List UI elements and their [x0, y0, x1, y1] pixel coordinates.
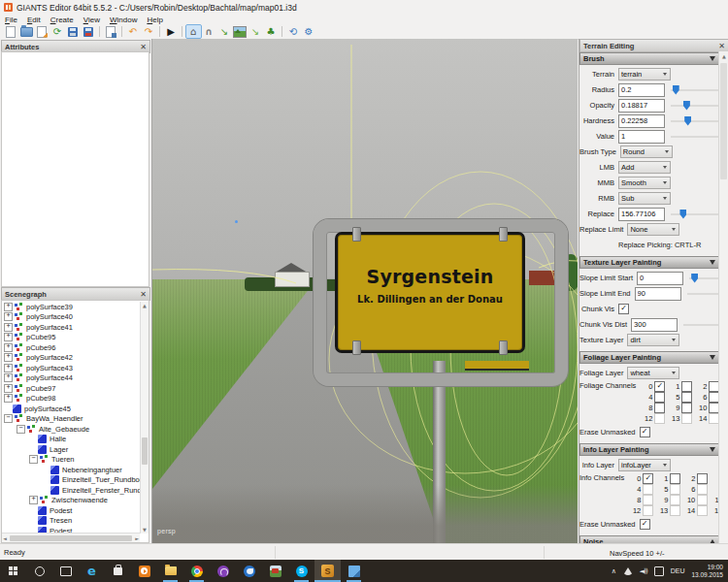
slider-handle[interactable]: [684, 116, 691, 126]
expand-icon[interactable]: +: [4, 333, 13, 341]
channel-checkbox[interactable]: [643, 505, 653, 516]
taskbar-edge-icon[interactable]: e: [79, 560, 105, 582]
scroll-up-icon[interactable]: ▲: [141, 303, 149, 308]
scenegraph-node[interactable]: polySurface45: [2, 404, 140, 414]
channel-checkbox[interactable]: [670, 484, 680, 495]
clock[interactable]: 19:0013.09.2015: [691, 564, 723, 579]
expand-icon[interactable]: +: [4, 353, 13, 362]
open-file-icon[interactable]: [19, 25, 34, 38]
scenegraph-vertical-scrollbar[interactable]: ▲ ▼: [140, 302, 149, 534]
scenegraph-node[interactable]: +pCube96: [2, 342, 140, 353]
play-icon[interactable]: ▶: [164, 25, 179, 38]
taskbar-sticky-notes-icon[interactable]: [341, 560, 367, 582]
expand-icon[interactable]: +: [4, 394, 13, 403]
radius-input[interactable]: [618, 83, 665, 97]
scroll-up-icon[interactable]: ▲: [719, 53, 728, 59]
opacity-input[interactable]: [618, 99, 665, 113]
scenegraph-node[interactable]: −Tueren: [2, 455, 140, 466]
erase-unmasked-checkbox[interactable]: ✓: [640, 427, 650, 437]
terrain-paint-mode-icon[interactable]: [233, 25, 248, 38]
scroll-right-icon[interactable]: ►: [134, 535, 140, 541]
scrollbar-thumb[interactable]: [720, 63, 727, 179]
menu-help[interactable]: Help: [142, 16, 167, 24]
terrain-sculpt-mode-icon[interactable]: ↘: [217, 25, 232, 38]
menu-edit[interactable]: Edit: [22, 16, 46, 24]
taskbar-media-app-icon[interactable]: [131, 560, 157, 582]
add-tree-icon[interactable]: ♣: [264, 25, 279, 38]
menu-file[interactable]: File: [0, 16, 22, 24]
channel-checkbox[interactable]: [670, 495, 680, 505]
brush-type-dropdown[interactable]: Round: [620, 146, 673, 158]
close-icon[interactable]: ✕: [718, 42, 725, 50]
lmb-dropdown[interactable]: Add: [618, 161, 671, 174]
opacity-slider[interactable]: [671, 105, 719, 107]
scenegraph-node[interactable]: Tresen: [2, 516, 140, 527]
hardness-input[interactable]: [618, 114, 665, 128]
reload-icon[interactable]: ⟳: [50, 25, 65, 38]
scenegraph-node[interactable]: +polySurface43: [2, 363, 140, 373]
menu-create[interactable]: Create: [46, 16, 79, 24]
expand-icon[interactable]: +: [4, 312, 13, 321]
scenegraph-node[interactable]: −Alte_Gebaeude: [2, 424, 140, 435]
scenegraph-node[interactable]: +pCube97: [2, 383, 140, 394]
save-as-icon[interactable]: [82, 25, 96, 38]
scenegraph-node[interactable]: −BayWa_Haendler: [2, 414, 140, 425]
chunk-vis-checkbox[interactable]: ✓: [618, 304, 629, 314]
section-header-brush[interactable]: Brush: [579, 52, 719, 65]
channel-checkbox[interactable]: [670, 505, 680, 516]
mmb-dropdown[interactable]: Smooth: [618, 177, 671, 189]
channel-checkbox[interactable]: [681, 392, 692, 403]
channel-checkbox[interactable]: [697, 473, 708, 484]
slider-handle[interactable]: [691, 274, 698, 283]
scenegraph-node[interactable]: +pCube98: [2, 394, 140, 404]
scenegraph-node[interactable]: +pCube95: [2, 333, 140, 343]
taskbar-farming-simulator-icon[interactable]: [262, 560, 288, 582]
scenegraph-node[interactable]: Podest: [2, 505, 140, 516]
erase-unmasked-checkbox[interactable]: ✓: [640, 519, 650, 530]
slope-limit-start-slider[interactable]: [689, 277, 719, 279]
scenegraph-node[interactable]: +polySurface42: [2, 353, 140, 364]
expand-icon[interactable]: +: [4, 373, 13, 382]
taskbar-giants-editor-icon[interactable]: S: [314, 560, 341, 582]
slider-handle[interactable]: [679, 210, 686, 219]
network-icon[interactable]: [623, 567, 633, 575]
preferences-icon[interactable]: ⚙: [302, 25, 316, 38]
save-icon[interactable]: [66, 25, 81, 38]
collapse-icon[interactable]: −: [29, 455, 38, 464]
scenegraph-node[interactable]: +Zwischenwaende: [2, 496, 140, 506]
channel-checkbox[interactable]: [654, 413, 665, 424]
scenegraph-node[interactable]: +polySurface41: [2, 322, 140, 333]
terrain-panel-scrollbar[interactable]: ▲: [718, 51, 728, 543]
terrain-dropdown[interactable]: terrain: [618, 68, 671, 81]
scroll-left-icon[interactable]: ◄: [2, 535, 8, 541]
channel-checkbox[interactable]: ✓: [654, 381, 665, 392]
channel-checkbox[interactable]: [681, 413, 692, 424]
channel-checkbox[interactable]: [681, 381, 692, 392]
scenegraph-node[interactable]: +polySurface39: [2, 302, 140, 312]
expand-icon[interactable]: +: [4, 364, 13, 372]
channel-checkbox[interactable]: [643, 484, 653, 495]
channel-checkbox[interactable]: [697, 505, 708, 516]
channel-checkbox[interactable]: [654, 392, 665, 403]
expand-icon[interactable]: +: [4, 343, 13, 352]
replace-slider[interactable]: [671, 213, 719, 215]
hardness-slider[interactable]: [671, 120, 719, 122]
menu-window[interactable]: Window: [105, 16, 142, 24]
expand-icon[interactable]: +: [4, 384, 13, 393]
taskbar-purple-app-icon[interactable]: [210, 560, 236, 582]
collapse-icon[interactable]: −: [4, 414, 13, 423]
info-layer-dropdown[interactable]: infoLayer: [618, 459, 671, 471]
slider-handle[interactable]: [683, 101, 690, 111]
scenegraph-node[interactable]: Halle: [2, 435, 140, 445]
taskbar-task-view-icon[interactable]: [52, 560, 79, 582]
value-slider[interactable]: [671, 136, 719, 138]
redo-icon[interactable]: ↷: [142, 25, 156, 38]
select-mode-icon[interactable]: ⌂: [186, 25, 201, 38]
scenegraph-node[interactable]: +polySurface44: [2, 373, 140, 384]
replace-input[interactable]: [618, 208, 665, 221]
action-center-icon[interactable]: [654, 566, 664, 576]
export-icon[interactable]: [104, 25, 118, 38]
slope-limit-end-slider[interactable]: [687, 293, 719, 295]
section-header-foliage-layer-painting[interactable]: Foliage Layer Painting: [579, 351, 719, 364]
undo-icon[interactable]: ↶: [126, 25, 141, 38]
